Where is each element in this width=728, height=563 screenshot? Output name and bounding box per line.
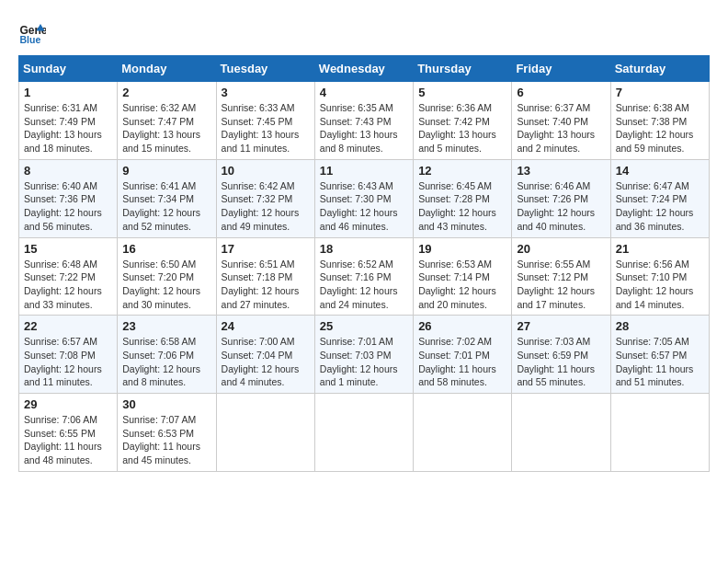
day-number: 25 (320, 319, 408, 333)
day-number: 13 (517, 164, 605, 178)
column-header-thursday: Thursday (414, 56, 512, 82)
calendar-header-row: SundayMondayTuesdayWednesdayThursdayFrid… (19, 56, 710, 82)
day-number: 6 (517, 86, 605, 99)
logo-icon: General Blue (18, 18, 46, 46)
day-detail: Sunrise: 6:53 AMSunset: 7:14 PMDaylight:… (418, 258, 506, 312)
calendar-cell: 16Sunrise: 6:50 AMSunset: 7:20 PMDayligh… (118, 237, 216, 316)
calendar-cell: 2Sunrise: 6:32 AMSunset: 7:47 PMDaylight… (118, 82, 216, 160)
day-detail: Sunrise: 7:07 AMSunset: 6:53 PMDaylight:… (122, 413, 210, 467)
page-header: General Blue (18, 18, 710, 46)
day-detail: Sunrise: 6:47 AMSunset: 7:24 PMDaylight:… (616, 179, 704, 234)
day-detail: Sunrise: 6:41 AMSunset: 7:34 PMDaylight:… (122, 179, 210, 234)
calendar-cell: 14Sunrise: 6:47 AMSunset: 7:24 PMDayligh… (610, 159, 709, 237)
day-number: 4 (320, 86, 408, 99)
calendar-cell (314, 394, 413, 472)
calendar-cell: 3Sunrise: 6:33 AMSunset: 7:45 PMDaylight… (216, 82, 314, 160)
day-detail: Sunrise: 7:03 AMSunset: 6:59 PMDaylight:… (517, 335, 605, 389)
day-number: 9 (122, 164, 210, 178)
calendar-cell: 19Sunrise: 6:53 AMSunset: 7:14 PMDayligh… (414, 237, 512, 316)
day-number: 12 (418, 164, 506, 178)
calendar-cell: 7Sunrise: 6:38 AMSunset: 7:38 PMDaylight… (610, 82, 709, 160)
calendar-cell: 6Sunrise: 6:37 AMSunset: 7:40 PMDaylight… (512, 82, 610, 160)
day-number: 24 (222, 319, 310, 333)
day-number: 28 (616, 319, 704, 333)
day-number: 16 (122, 242, 210, 256)
day-detail: Sunrise: 6:50 AMSunset: 7:20 PMDaylight:… (122, 258, 210, 312)
day-number: 29 (24, 397, 112, 411)
calendar-week-1: 1Sunrise: 6:31 AMSunset: 7:49 PMDaylight… (19, 82, 710, 160)
day-detail: Sunrise: 7:00 AMSunset: 7:04 PMDaylight:… (222, 335, 310, 389)
day-detail: Sunrise: 7:05 AMSunset: 6:57 PMDaylight:… (616, 335, 704, 389)
column-header-saturday: Saturday (610, 56, 709, 82)
calendar-cell: 20Sunrise: 6:55 AMSunset: 7:12 PMDayligh… (512, 237, 610, 316)
calendar-cell: 29Sunrise: 7:06 AMSunset: 6:55 PMDayligh… (19, 394, 118, 472)
day-detail: Sunrise: 6:55 AMSunset: 7:12 PMDaylight:… (517, 258, 605, 312)
column-header-sunday: Sunday (19, 56, 118, 82)
calendar-cell: 21Sunrise: 6:56 AMSunset: 7:10 PMDayligh… (610, 237, 709, 316)
day-detail: Sunrise: 6:32 AMSunset: 7:47 PMDaylight:… (122, 101, 210, 155)
calendar-week-2: 8Sunrise: 6:40 AMSunset: 7:36 PMDaylight… (19, 159, 710, 237)
day-number: 10 (222, 164, 310, 178)
day-detail: Sunrise: 6:56 AMSunset: 7:10 PMDaylight:… (616, 258, 704, 312)
day-detail: Sunrise: 6:38 AMSunset: 7:38 PMDaylight:… (616, 101, 704, 155)
calendar-cell: 5Sunrise: 6:36 AMSunset: 7:42 PMDaylight… (414, 82, 512, 160)
day-detail: Sunrise: 6:33 AMSunset: 7:45 PMDaylight:… (222, 101, 310, 155)
day-number: 11 (320, 164, 408, 178)
calendar-cell (414, 394, 512, 472)
day-detail: Sunrise: 6:31 AMSunset: 7:49 PMDaylight:… (24, 101, 112, 155)
calendar-cell: 10Sunrise: 6:42 AMSunset: 7:32 PMDayligh… (216, 159, 314, 237)
calendar-cell (216, 394, 314, 472)
calendar-cell: 15Sunrise: 6:48 AMSunset: 7:22 PMDayligh… (19, 237, 118, 316)
calendar-week-4: 22Sunrise: 6:57 AMSunset: 7:08 PMDayligh… (19, 316, 710, 394)
calendar-cell: 4Sunrise: 6:35 AMSunset: 7:43 PMDaylight… (314, 82, 413, 160)
column-header-wednesday: Wednesday (314, 56, 413, 82)
day-detail: Sunrise: 6:36 AMSunset: 7:42 PMDaylight:… (418, 101, 506, 155)
day-number: 1 (24, 86, 112, 99)
day-number: 17 (222, 242, 310, 256)
column-header-monday: Monday (118, 56, 216, 82)
day-detail: Sunrise: 7:01 AMSunset: 7:03 PMDaylight:… (320, 335, 408, 389)
day-number: 3 (222, 86, 310, 99)
calendar-cell: 17Sunrise: 6:51 AMSunset: 7:18 PMDayligh… (216, 237, 314, 316)
day-number: 14 (616, 164, 704, 178)
calendar-cell: 30Sunrise: 7:07 AMSunset: 6:53 PMDayligh… (118, 394, 216, 472)
calendar-cell: 9Sunrise: 6:41 AMSunset: 7:34 PMDaylight… (118, 159, 216, 237)
day-number: 27 (517, 319, 605, 333)
day-number: 18 (320, 242, 408, 256)
calendar-cell (610, 394, 709, 472)
logo: General Blue (18, 18, 46, 46)
calendar-cell: 26Sunrise: 7:02 AMSunset: 7:01 PMDayligh… (414, 316, 512, 394)
day-detail: Sunrise: 6:48 AMSunset: 7:22 PMDaylight:… (24, 258, 112, 312)
day-number: 8 (24, 164, 112, 178)
day-detail: Sunrise: 6:45 AMSunset: 7:28 PMDaylight:… (418, 179, 506, 234)
day-detail: Sunrise: 6:46 AMSunset: 7:26 PMDaylight:… (517, 179, 605, 234)
day-number: 7 (616, 86, 704, 99)
day-number: 5 (418, 86, 506, 99)
day-number: 30 (122, 397, 210, 411)
day-number: 26 (418, 319, 506, 333)
day-detail: Sunrise: 6:57 AMSunset: 7:08 PMDaylight:… (24, 335, 112, 389)
day-detail: Sunrise: 6:35 AMSunset: 7:43 PMDaylight:… (320, 101, 408, 155)
calendar-cell: 22Sunrise: 6:57 AMSunset: 7:08 PMDayligh… (19, 316, 118, 394)
day-number: 22 (24, 319, 112, 333)
calendar-cell: 23Sunrise: 6:58 AMSunset: 7:06 PMDayligh… (118, 316, 216, 394)
day-number: 2 (122, 86, 210, 99)
day-number: 15 (24, 242, 112, 256)
day-number: 19 (418, 242, 506, 256)
day-detail: Sunrise: 6:43 AMSunset: 7:30 PMDaylight:… (320, 179, 408, 234)
calendar-cell: 12Sunrise: 6:45 AMSunset: 7:28 PMDayligh… (414, 159, 512, 237)
calendar-cell: 13Sunrise: 6:46 AMSunset: 7:26 PMDayligh… (512, 159, 610, 237)
day-detail: Sunrise: 6:51 AMSunset: 7:18 PMDaylight:… (222, 258, 310, 312)
calendar-cell (512, 394, 610, 472)
day-detail: Sunrise: 6:52 AMSunset: 7:16 PMDaylight:… (320, 258, 408, 312)
day-detail: Sunrise: 6:58 AMSunset: 7:06 PMDaylight:… (122, 335, 210, 389)
svg-text:Blue: Blue (20, 34, 41, 45)
calendar-week-5: 29Sunrise: 7:06 AMSunset: 6:55 PMDayligh… (19, 394, 710, 472)
column-header-tuesday: Tuesday (216, 56, 314, 82)
day-detail: Sunrise: 7:02 AMSunset: 7:01 PMDaylight:… (418, 335, 506, 389)
calendar-cell: 25Sunrise: 7:01 AMSunset: 7:03 PMDayligh… (314, 316, 413, 394)
calendar-week-3: 15Sunrise: 6:48 AMSunset: 7:22 PMDayligh… (19, 237, 710, 316)
calendar-cell: 11Sunrise: 6:43 AMSunset: 7:30 PMDayligh… (314, 159, 413, 237)
calendar-cell: 27Sunrise: 7:03 AMSunset: 6:59 PMDayligh… (512, 316, 610, 394)
day-detail: Sunrise: 6:37 AMSunset: 7:40 PMDaylight:… (517, 101, 605, 155)
